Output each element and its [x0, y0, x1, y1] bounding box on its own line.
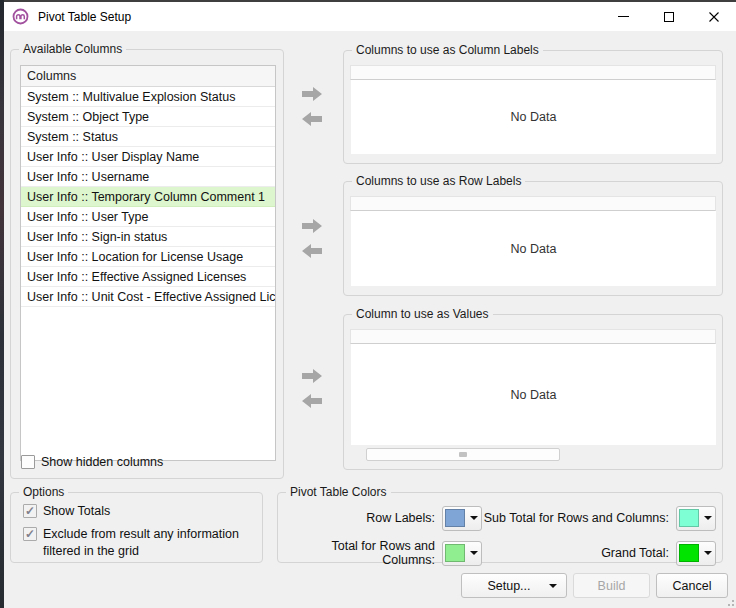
show-hidden-columns-checkbox[interactable] [21, 455, 35, 469]
row-labels-panel: Columns to use as Row Labels No Data [343, 181, 723, 296]
maximize-button[interactable] [646, 2, 691, 31]
list-item[interactable]: User Info :: Location for License Usage [21, 247, 275, 267]
list-item[interactable]: User Info :: Unit Cost - Effective Assig… [21, 287, 275, 307]
row-labels-grid-header [350, 196, 716, 211]
color-row-2: Total for Rows and Columns: Grand Total: [278, 540, 722, 566]
columns-list-header: Columns [21, 66, 275, 87]
arrow-right-icon [300, 86, 324, 102]
columns-list-rows: System :: Multivalue Explosion StatusSys… [21, 87, 275, 307]
values-empty-text: No Data [511, 388, 557, 402]
list-item[interactable]: User Info :: Username [21, 167, 275, 187]
column-labels-grid-header [350, 65, 716, 80]
values-grid-header [350, 329, 716, 344]
scrollbar-thumb[interactable] [459, 452, 467, 457]
list-item[interactable]: User Info :: Sign-in status [21, 227, 275, 247]
exclude-filtered-checkbox[interactable] [23, 527, 37, 541]
grand-total-color-label: Grand Total: [482, 546, 669, 560]
list-item[interactable]: System :: Object Type [21, 107, 275, 127]
build-button[interactable]: Build [573, 573, 650, 598]
show-hidden-columns-label: Show hidden columns [41, 454, 163, 471]
setup-button[interactable]: Setup... [461, 573, 567, 598]
sub-total-color-swatch [679, 509, 699, 527]
columns-list[interactable]: Columns System :: Multivalue Explosion S… [20, 65, 276, 461]
cancel-button[interactable]: Cancel [656, 573, 728, 598]
remove-column-label-button[interactable] [300, 111, 324, 128]
column-labels-empty-text: No Data [511, 110, 557, 124]
arrow-right-icon [300, 368, 324, 384]
row-labels-title: Columns to use as Row Labels [352, 174, 525, 188]
app-logo-icon [12, 8, 29, 25]
show-totals-row: Show Totals [23, 503, 110, 520]
add-row-label-button[interactable] [300, 218, 324, 235]
build-button-label: Build [598, 579, 626, 593]
dropdown-caret-icon [704, 551, 712, 555]
minimize-icon [618, 16, 629, 17]
setup-button-label: Setup... [487, 579, 530, 593]
grand-total-color-swatch [679, 544, 699, 562]
exclude-filtered-row: Exclude from result any information filt… [23, 526, 255, 560]
list-item[interactable]: User Info :: User Display Name [21, 147, 275, 167]
list-item[interactable]: System :: Multivalue Explosion Status [21, 87, 275, 107]
show-totals-label: Show Totals [43, 503, 110, 520]
values-title: Column to use as Values [352, 307, 493, 321]
available-columns-title: Available Columns [19, 42, 126, 56]
column-labels-drop-area[interactable]: No Data [351, 80, 716, 154]
add-value-button[interactable] [300, 368, 324, 385]
column-labels-title: Columns to use as Column Labels [352, 43, 543, 57]
grand-total-color-dropdown[interactable] [676, 541, 716, 566]
values-move-buttons [300, 368, 326, 410]
values-drop-area[interactable]: No Data [351, 344, 716, 445]
options-title: Options [19, 485, 68, 499]
maximize-icon [664, 12, 674, 22]
exclude-filtered-label: Exclude from result any information filt… [43, 526, 251, 560]
remove-row-label-button[interactable] [300, 243, 324, 260]
window-title: Pivot Table Setup [38, 10, 131, 24]
close-button[interactable] [691, 2, 736, 31]
dropdown-caret-icon [704, 516, 712, 520]
sub-total-color-label: Sub Total for Rows and Columns: [482, 511, 669, 525]
available-columns-group: Available Columns Columns System :: Mult… [10, 49, 284, 479]
list-item[interactable]: System :: Status [21, 127, 275, 147]
total-color-label: Total for Rows and Columns: [278, 539, 435, 567]
arrow-right-icon [300, 218, 324, 234]
show-totals-checkbox[interactable] [23, 504, 37, 518]
row-labels-move-buttons [300, 218, 326, 260]
list-item[interactable]: User Info :: Effective Assigned Licenses [21, 267, 275, 287]
total-color-swatch [445, 544, 465, 562]
values-horizontal-scrollbar[interactable] [366, 448, 560, 461]
window-top-border [0, 0, 736, 2]
list-item[interactable]: User Info :: User Type [21, 207, 275, 227]
arrow-left-icon [300, 393, 324, 409]
close-icon [708, 11, 720, 23]
options-group: Options Show Totals Exclude from result … [10, 492, 263, 563]
list-item[interactable]: User Info :: Temporary Column Comment 1 [21, 187, 275, 207]
remove-value-button[interactable] [300, 393, 324, 410]
dropdown-caret-icon [470, 516, 478, 520]
arrow-left-icon [300, 111, 324, 127]
row-labels-color-dropdown[interactable] [442, 506, 482, 531]
color-row-1: Row Labels: Sub Total for Rows and Colum… [278, 505, 722, 531]
add-column-label-button[interactable] [300, 86, 324, 103]
resize-grip[interactable] [724, 596, 734, 606]
row-labels-color-swatch [445, 509, 465, 527]
pivot-colors-title: Pivot Table Colors [286, 485, 391, 499]
setup-dropdown-caret-icon [549, 584, 557, 588]
arrow-left-icon [300, 243, 324, 259]
cancel-button-label: Cancel [673, 579, 712, 593]
total-color-dropdown[interactable] [442, 541, 482, 566]
row-labels-empty-text: No Data [511, 242, 557, 256]
minimize-button[interactable] [601, 2, 646, 31]
window-controls [601, 2, 736, 31]
desktop-background-sliver [0, 0, 4, 608]
column-labels-panel: Columns to use as Column Labels No Data [343, 50, 723, 164]
pivot-colors-group: Pivot Table Colors Row Labels: Sub Total… [277, 492, 723, 563]
row-labels-color-label: Row Labels: [278, 511, 435, 525]
titlebar: Pivot Table Setup [0, 2, 736, 31]
column-labels-move-buttons [300, 86, 326, 128]
dropdown-caret-icon [470, 551, 478, 555]
show-hidden-columns-row: Show hidden columns [21, 454, 163, 471]
sub-total-color-dropdown[interactable] [676, 506, 716, 531]
row-labels-drop-area[interactable]: No Data [351, 211, 716, 286]
values-panel: Column to use as Values No Data [343, 314, 723, 470]
